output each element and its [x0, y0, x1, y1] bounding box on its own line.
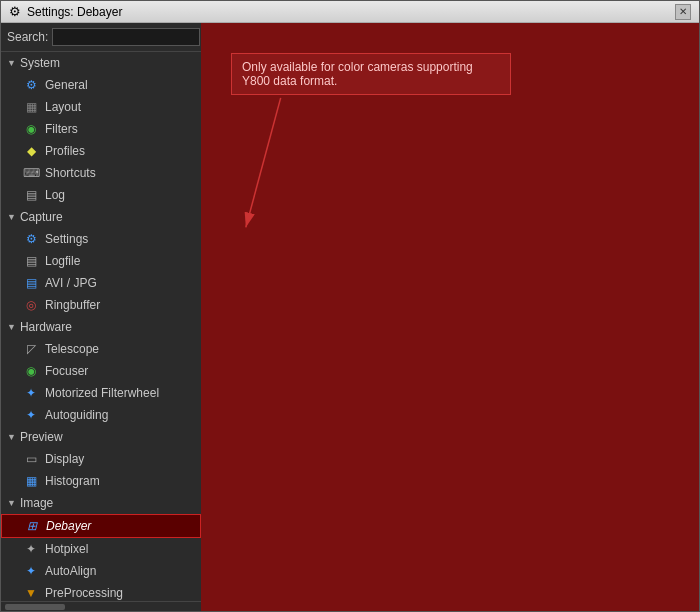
arrow-indicator: [201, 23, 699, 611]
section-label: Preview: [20, 430, 63, 444]
section-label: Capture: [20, 210, 63, 224]
profiles-label: Profiles: [45, 144, 85, 158]
sidebar-item-hotpixel[interactable]: ✦ Hotpixel: [1, 538, 201, 560]
motorized-filterwheel-icon: ✦: [23, 385, 39, 401]
autoalign-icon: ✦: [23, 563, 39, 579]
general-icon: ⚙: [23, 77, 39, 93]
sidebar-item-settings[interactable]: ⚙ Settings: [1, 228, 201, 250]
profiles-icon: ◆: [23, 143, 39, 159]
filters-icon: ◉: [23, 121, 39, 137]
search-label: Search:: [7, 30, 48, 44]
section-label: Hardware: [20, 320, 72, 334]
sidebar-item-avijpg[interactable]: ▤ AVI / JPG: [1, 272, 201, 294]
hotpixel-label: Hotpixel: [45, 542, 88, 556]
logfile-label: Logfile: [45, 254, 80, 268]
section-arrow: ▼: [7, 58, 16, 68]
filters-label: Filters: [45, 122, 78, 136]
sidebar-item-debayer[interactable]: ⊞ Debayer: [1, 514, 201, 538]
autoguiding-label: Autoguiding: [45, 408, 108, 422]
sidebar-item-ringbuffer[interactable]: ◎ Ringbuffer: [1, 294, 201, 316]
close-button[interactable]: ✕: [675, 4, 691, 20]
ringbuffer-icon: ◎: [23, 297, 39, 313]
sidebar-scroll[interactable]: ▼System ⚙ General ▦ Layout ◉ Filters ◆ P…: [1, 52, 201, 601]
sidebar-item-preprocessing[interactable]: ▼ PreProcessing: [1, 582, 201, 601]
content-area: Search: ▼System ⚙ General ▦ Layout ◉ Fil…: [1, 23, 699, 611]
section-header-capture[interactable]: ▼Capture: [1, 206, 201, 228]
sidebar-item-histogram[interactable]: ▦ Histogram: [1, 470, 201, 492]
layout-label: Layout: [45, 100, 81, 114]
avijpg-label: AVI / JPG: [45, 276, 97, 290]
histogram-icon: ▦: [23, 473, 39, 489]
title-bar: ⚙ Settings: Debayer ✕: [1, 1, 699, 23]
section-arrow: ▼: [7, 432, 16, 442]
debayer-label: Debayer: [46, 519, 91, 533]
search-input[interactable]: [52, 28, 200, 46]
display-icon: ▭: [23, 451, 39, 467]
sidebar-hscroll[interactable]: [1, 601, 201, 611]
telescope-icon: ◸: [23, 341, 39, 357]
section-label: System: [20, 56, 60, 70]
layout-icon: ▦: [23, 99, 39, 115]
main-panel: Only available for color cameras support…: [201, 23, 699, 611]
sidebar-item-autoalign[interactable]: ✦ AutoAlign: [1, 560, 201, 582]
section-header-preview[interactable]: ▼Preview: [1, 426, 201, 448]
section-header-image[interactable]: ▼Image: [1, 492, 201, 514]
settings-icon: ⚙: [23, 231, 39, 247]
sidebar-item-log[interactable]: ▤ Log: [1, 184, 201, 206]
preprocessing-label: PreProcessing: [45, 586, 123, 600]
notice-box: Only available for color cameras support…: [231, 53, 511, 95]
sidebar-item-general[interactable]: ⚙ General: [1, 74, 201, 96]
section-arrow: ▼: [7, 498, 16, 508]
sidebar-item-profiles[interactable]: ◆ Profiles: [1, 140, 201, 162]
sidebar: Search: ▼System ⚙ General ▦ Layout ◉ Fil…: [1, 23, 201, 611]
sidebar-item-logfile[interactable]: ▤ Logfile: [1, 250, 201, 272]
sidebar-item-autoguiding[interactable]: ✦ Autoguiding: [1, 404, 201, 426]
autoalign-label: AutoAlign: [45, 564, 96, 578]
section-arrow: ▼: [7, 322, 16, 332]
section-arrow: ▼: [7, 212, 16, 222]
window-title: Settings: Debayer: [27, 5, 122, 19]
sidebar-item-motorized-filterwheel[interactable]: ✦ Motorized Filterwheel: [1, 382, 201, 404]
preprocessing-icon: ▼: [23, 585, 39, 601]
shortcuts-label: Shortcuts: [45, 166, 96, 180]
sidebar-item-layout[interactable]: ▦ Layout: [1, 96, 201, 118]
settings-label: Settings: [45, 232, 88, 246]
sidebar-item-telescope[interactable]: ◸ Telescope: [1, 338, 201, 360]
title-icon: ⚙: [9, 4, 21, 19]
general-label: General: [45, 78, 88, 92]
log-label: Log: [45, 188, 65, 202]
focuser-label: Focuser: [45, 364, 88, 378]
telescope-label: Telescope: [45, 342, 99, 356]
notice-text: Only available for color cameras support…: [242, 60, 473, 88]
debayer-icon: ⊞: [24, 518, 40, 534]
hotpixel-icon: ✦: [23, 541, 39, 557]
sidebar-item-focuser[interactable]: ◉ Focuser: [1, 360, 201, 382]
focuser-icon: ◉: [23, 363, 39, 379]
display-label: Display: [45, 452, 84, 466]
shortcuts-icon: ⌨: [23, 165, 39, 181]
logfile-icon: ▤: [23, 253, 39, 269]
search-bar: Search:: [1, 23, 201, 52]
hscroll-thumb: [5, 604, 65, 610]
sidebar-item-shortcuts[interactable]: ⌨ Shortcuts: [1, 162, 201, 184]
section-header-hardware[interactable]: ▼Hardware: [1, 316, 201, 338]
settings-window: ⚙ Settings: Debayer ✕ Search: ▼System ⚙ …: [0, 0, 700, 612]
motorized-filterwheel-label: Motorized Filterwheel: [45, 386, 159, 400]
ringbuffer-label: Ringbuffer: [45, 298, 100, 312]
sidebar-item-filters[interactable]: ◉ Filters: [1, 118, 201, 140]
section-header-system[interactable]: ▼System: [1, 52, 201, 74]
autoguiding-icon: ✦: [23, 407, 39, 423]
sidebar-item-display[interactable]: ▭ Display: [1, 448, 201, 470]
avijpg-icon: ▤: [23, 275, 39, 291]
section-label: Image: [20, 496, 53, 510]
log-icon: ▤: [23, 187, 39, 203]
svg-line-1: [246, 98, 281, 227]
histogram-label: Histogram: [45, 474, 100, 488]
